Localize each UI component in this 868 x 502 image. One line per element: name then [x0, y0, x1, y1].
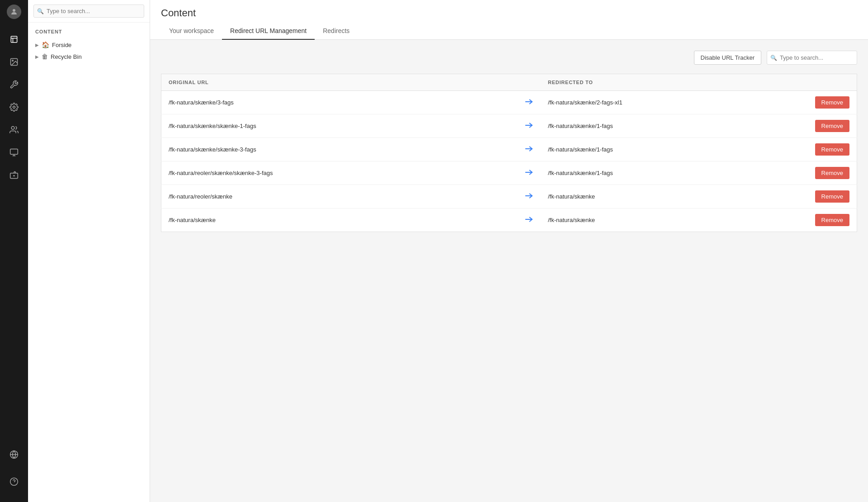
svg-point-0	[13, 9, 15, 12]
disable-url-tracker-button[interactable]: Disable URL Tracker	[694, 51, 761, 65]
svg-point-5	[12, 60, 13, 62]
action-cell: Remove	[808, 114, 857, 138]
remove-button[interactable]: Remove	[815, 190, 849, 203]
content-area: Disable URL Tracker 🔍 ORIGINAL URL REDIR…	[150, 40, 868, 502]
icon-bar	[0, 0, 28, 502]
page-title: Content	[161, 7, 857, 19]
arrow-icon	[518, 208, 541, 232]
col-original-url: ORIGINAL URL	[161, 74, 518, 91]
col-arrow	[518, 74, 541, 91]
original-url-cell: /fk-natura/skænke/skænke-3-fags	[161, 138, 518, 161]
table-row: /fk-natura/skænke/fk-natura/skænkeRemove	[161, 208, 857, 232]
chevron-icon: ▶	[35, 54, 39, 59]
action-cell: Remove	[808, 161, 857, 185]
redirected-to-cell: /fk-natura/skænke	[541, 208, 808, 232]
sidebar-tree-item-recycle[interactable]: ▶ 🗑 Recycle Bin	[28, 51, 150, 62]
home-icon: 🏠	[42, 41, 49, 48]
arrow-icon	[518, 91, 541, 114]
redirected-to-cell: /fk-natura/skænke	[541, 185, 808, 208]
sidebar-section-content-label: CONTENT	[28, 23, 150, 37]
remove-button[interactable]: Remove	[815, 96, 849, 109]
toolbar-search-area: 🔍	[767, 51, 857, 65]
action-cell: Remove	[808, 138, 857, 161]
original-url-cell: /fk-natura/reoler/skænke/skænke-3-fags	[161, 161, 518, 185]
content-toolbar: Disable URL Tracker 🔍	[161, 51, 857, 65]
sidebar-item-help[interactable]	[0, 470, 28, 493]
sidebar: 🔍 CONTENT ▶ 🏠 Forside ▶ 🗑 Recycle Bin	[28, 0, 150, 502]
sidebar-item-forms[interactable]	[0, 141, 28, 164]
sidebar-tree: ▶ 🏠 Forside ▶ 🗑 Recycle Bin	[28, 37, 150, 64]
remove-button[interactable]: Remove	[815, 214, 849, 226]
table-row: /fk-natura/skænke/skænke-3-fags/fk-natur…	[161, 138, 857, 161]
arrow-icon	[518, 161, 541, 185]
avatar[interactable]	[7, 5, 21, 19]
redirected-to-cell: /fk-natura/skænke/1-fags	[541, 114, 808, 138]
table-row: /fk-natura/reoler/skænke/skænke-3-fags/f…	[161, 161, 857, 185]
table-row: /fk-natura/skænke/skænke-1-fags/fk-natur…	[161, 114, 857, 138]
toolbar-search-input[interactable]	[767, 51, 857, 65]
tabs-row: Your workspace Redirect URL Management R…	[161, 23, 857, 39]
redirect-table: ORIGINAL URL REDIRECTED TO /fk-natura/sk…	[161, 74, 857, 232]
remove-button[interactable]: Remove	[815, 167, 849, 179]
sidebar-item-deploy[interactable]	[0, 164, 28, 186]
remove-button[interactable]: Remove	[815, 143, 849, 156]
sidebar-tree-item-forside[interactable]: ▶ 🏠 Forside	[28, 39, 150, 51]
chevron-icon: ▶	[35, 43, 39, 47]
sidebar-tree-item-label: Recycle Bin	[51, 53, 82, 60]
sidebar-item-tools[interactable]	[0, 73, 28, 96]
sidebar-item-media[interactable]	[0, 51, 28, 73]
action-cell: Remove	[808, 208, 857, 232]
sidebar-item-settings[interactable]	[0, 96, 28, 118]
page-header: Content Your workspace Redirect URL Mana…	[150, 0, 868, 40]
remove-button[interactable]: Remove	[815, 120, 849, 132]
redirected-to-cell: /fk-natura/skænke/1-fags	[541, 161, 808, 185]
arrow-icon	[518, 185, 541, 208]
toolbar-search-icon: 🔍	[770, 55, 777, 61]
tab-redirect-url-management[interactable]: Redirect URL Management	[222, 23, 315, 40]
trash-icon: 🗑	[42, 53, 48, 60]
table-row: /fk-natura/skænke/3-fags/fk-natura/skænk…	[161, 91, 857, 114]
arrow-icon	[518, 138, 541, 161]
action-cell: Remove	[808, 91, 857, 114]
tab-your-workspace[interactable]: Your workspace	[161, 23, 222, 40]
svg-point-16	[10, 478, 18, 486]
sidebar-item-content[interactable]	[0, 28, 28, 51]
original-url-cell: /fk-natura/reoler/skænke	[161, 185, 518, 208]
original-url-cell: /fk-natura/skænke	[161, 208, 518, 232]
redirected-to-cell: /fk-natura/skænke/1-fags	[541, 138, 808, 161]
sidebar-search-input[interactable]	[33, 5, 144, 18]
svg-rect-1	[11, 36, 17, 42]
redirected-to-cell: /fk-natura/skænke/2-fags-xl1	[541, 91, 808, 114]
table-row: /fk-natura/reoler/skænke/fk-natura/skænk…	[161, 185, 857, 208]
sidebar-item-users[interactable]	[0, 118, 28, 141]
sidebar-tree-item-label: Forside	[52, 42, 71, 48]
tab-redirects[interactable]: Redirects	[315, 23, 358, 40]
table-header-row: ORIGINAL URL REDIRECTED TO	[161, 74, 857, 91]
original-url-cell: /fk-natura/skænke/3-fags	[161, 91, 518, 114]
svg-point-7	[11, 127, 14, 130]
svg-point-6	[13, 106, 15, 109]
svg-rect-8	[10, 149, 18, 155]
action-cell: Remove	[808, 185, 857, 208]
col-action	[808, 74, 857, 91]
col-redirected-to: REDIRECTED TO	[541, 74, 808, 91]
sidebar-search-icon: 🔍	[37, 8, 44, 14]
arrow-icon	[518, 114, 541, 138]
sidebar-item-globe[interactable]	[0, 443, 28, 466]
main-area: Content Your workspace Redirect URL Mana…	[150, 0, 868, 502]
sidebar-search-area: 🔍	[28, 0, 150, 23]
original-url-cell: /fk-natura/skænke/skænke-1-fags	[161, 114, 518, 138]
